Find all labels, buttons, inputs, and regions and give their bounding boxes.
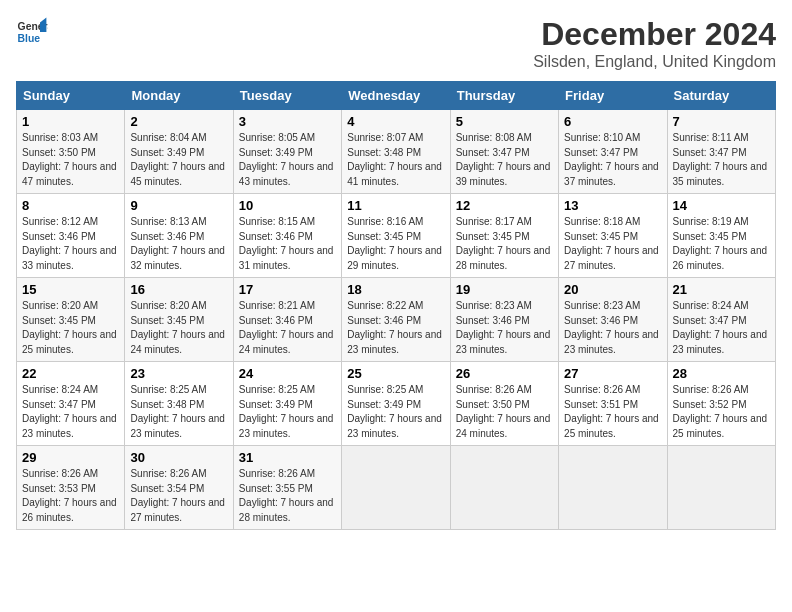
calendar-cell [559,446,667,530]
day-detail: Sunrise: 8:26 AMSunset: 3:51 PMDaylight:… [564,383,661,441]
calendar-cell: 29 Sunrise: 8:26 AMSunset: 3:53 PMDaylig… [17,446,125,530]
day-detail: Sunrise: 8:23 AMSunset: 3:46 PMDaylight:… [564,299,661,357]
day-detail: Sunrise: 8:22 AMSunset: 3:46 PMDaylight:… [347,299,444,357]
col-tuesday: Tuesday [233,82,341,110]
day-number: 21 [673,282,770,297]
day-detail: Sunrise: 8:25 AMSunset: 3:49 PMDaylight:… [239,383,336,441]
calendar-cell: 28 Sunrise: 8:26 AMSunset: 3:52 PMDaylig… [667,362,775,446]
calendar-table: Sunday Monday Tuesday Wednesday Thursday… [16,81,776,530]
day-number: 22 [22,366,119,381]
day-detail: Sunrise: 8:04 AMSunset: 3:49 PMDaylight:… [130,131,227,189]
week-row-3: 15 Sunrise: 8:20 AMSunset: 3:45 PMDaylig… [17,278,776,362]
calendar-cell: 19 Sunrise: 8:23 AMSunset: 3:46 PMDaylig… [450,278,558,362]
day-detail: Sunrise: 8:03 AMSunset: 3:50 PMDaylight:… [22,131,119,189]
calendar-header-row: Sunday Monday Tuesday Wednesday Thursday… [17,82,776,110]
day-detail: Sunrise: 8:13 AMSunset: 3:46 PMDaylight:… [130,215,227,273]
day-detail: Sunrise: 8:26 AMSunset: 3:50 PMDaylight:… [456,383,553,441]
day-number: 17 [239,282,336,297]
calendar-cell: 23 Sunrise: 8:25 AMSunset: 3:48 PMDaylig… [125,362,233,446]
day-number: 31 [239,450,336,465]
day-detail: Sunrise: 8:26 AMSunset: 3:55 PMDaylight:… [239,467,336,525]
day-detail: Sunrise: 8:26 AMSunset: 3:52 PMDaylight:… [673,383,770,441]
day-detail: Sunrise: 8:16 AMSunset: 3:45 PMDaylight:… [347,215,444,273]
day-number: 9 [130,198,227,213]
day-number: 25 [347,366,444,381]
day-number: 28 [673,366,770,381]
calendar-cell: 9 Sunrise: 8:13 AMSunset: 3:46 PMDayligh… [125,194,233,278]
calendar-cell: 12 Sunrise: 8:17 AMSunset: 3:45 PMDaylig… [450,194,558,278]
day-detail: Sunrise: 8:12 AMSunset: 3:46 PMDaylight:… [22,215,119,273]
day-number: 30 [130,450,227,465]
week-row-2: 8 Sunrise: 8:12 AMSunset: 3:46 PMDayligh… [17,194,776,278]
day-detail: Sunrise: 8:21 AMSunset: 3:46 PMDaylight:… [239,299,336,357]
day-number: 26 [456,366,553,381]
col-thursday: Thursday [450,82,558,110]
day-number: 11 [347,198,444,213]
day-detail: Sunrise: 8:19 AMSunset: 3:45 PMDaylight:… [673,215,770,273]
day-detail: Sunrise: 8:26 AMSunset: 3:53 PMDaylight:… [22,467,119,525]
calendar-cell: 5 Sunrise: 8:08 AMSunset: 3:47 PMDayligh… [450,110,558,194]
calendar-cell: 1 Sunrise: 8:03 AMSunset: 3:50 PMDayligh… [17,110,125,194]
day-number: 15 [22,282,119,297]
calendar-cell: 15 Sunrise: 8:20 AMSunset: 3:45 PMDaylig… [17,278,125,362]
calendar-cell: 31 Sunrise: 8:26 AMSunset: 3:55 PMDaylig… [233,446,341,530]
calendar-cell: 4 Sunrise: 8:07 AMSunset: 3:48 PMDayligh… [342,110,450,194]
day-number: 23 [130,366,227,381]
calendar-cell: 25 Sunrise: 8:25 AMSunset: 3:49 PMDaylig… [342,362,450,446]
day-detail: Sunrise: 8:15 AMSunset: 3:46 PMDaylight:… [239,215,336,273]
calendar-cell: 22 Sunrise: 8:24 AMSunset: 3:47 PMDaylig… [17,362,125,446]
day-number: 19 [456,282,553,297]
logo-icon: General Blue [16,16,48,48]
week-row-1: 1 Sunrise: 8:03 AMSunset: 3:50 PMDayligh… [17,110,776,194]
calendar-cell: 10 Sunrise: 8:15 AMSunset: 3:46 PMDaylig… [233,194,341,278]
svg-marker-2 [40,18,46,32]
day-number: 5 [456,114,553,129]
week-row-5: 29 Sunrise: 8:26 AMSunset: 3:53 PMDaylig… [17,446,776,530]
header: General Blue December 2024 Silsden, Engl… [16,16,776,71]
day-number: 6 [564,114,661,129]
day-number: 3 [239,114,336,129]
title-area: December 2024 Silsden, England, United K… [533,16,776,71]
calendar-cell: 6 Sunrise: 8:10 AMSunset: 3:47 PMDayligh… [559,110,667,194]
col-monday: Monday [125,82,233,110]
week-row-4: 22 Sunrise: 8:24 AMSunset: 3:47 PMDaylig… [17,362,776,446]
day-detail: Sunrise: 8:25 AMSunset: 3:49 PMDaylight:… [347,383,444,441]
day-detail: Sunrise: 8:07 AMSunset: 3:48 PMDaylight:… [347,131,444,189]
calendar-cell: 8 Sunrise: 8:12 AMSunset: 3:46 PMDayligh… [17,194,125,278]
day-number: 20 [564,282,661,297]
day-detail: Sunrise: 8:24 AMSunset: 3:47 PMDaylight:… [22,383,119,441]
calendar-cell: 3 Sunrise: 8:05 AMSunset: 3:49 PMDayligh… [233,110,341,194]
col-saturday: Saturday [667,82,775,110]
day-detail: Sunrise: 8:17 AMSunset: 3:45 PMDaylight:… [456,215,553,273]
day-number: 27 [564,366,661,381]
calendar-cell: 30 Sunrise: 8:26 AMSunset: 3:54 PMDaylig… [125,446,233,530]
day-number: 7 [673,114,770,129]
calendar-cell: 21 Sunrise: 8:24 AMSunset: 3:47 PMDaylig… [667,278,775,362]
day-detail: Sunrise: 8:20 AMSunset: 3:45 PMDaylight:… [22,299,119,357]
svg-text:Blue: Blue [18,33,41,44]
day-number: 4 [347,114,444,129]
day-detail: Sunrise: 8:24 AMSunset: 3:47 PMDaylight:… [673,299,770,357]
day-number: 12 [456,198,553,213]
calendar-subtitle: Silsden, England, United Kingdom [533,53,776,71]
day-detail: Sunrise: 8:26 AMSunset: 3:54 PMDaylight:… [130,467,227,525]
calendar-cell: 26 Sunrise: 8:26 AMSunset: 3:50 PMDaylig… [450,362,558,446]
day-detail: Sunrise: 8:23 AMSunset: 3:46 PMDaylight:… [456,299,553,357]
day-number: 1 [22,114,119,129]
day-number: 24 [239,366,336,381]
day-detail: Sunrise: 8:25 AMSunset: 3:48 PMDaylight:… [130,383,227,441]
day-number: 10 [239,198,336,213]
calendar-cell: 11 Sunrise: 8:16 AMSunset: 3:45 PMDaylig… [342,194,450,278]
calendar-cell [450,446,558,530]
day-detail: Sunrise: 8:08 AMSunset: 3:47 PMDaylight:… [456,131,553,189]
day-number: 18 [347,282,444,297]
calendar-cell [342,446,450,530]
calendar-cell: 2 Sunrise: 8:04 AMSunset: 3:49 PMDayligh… [125,110,233,194]
logo: General Blue [16,16,48,48]
col-friday: Friday [559,82,667,110]
calendar-cell: 24 Sunrise: 8:25 AMSunset: 3:49 PMDaylig… [233,362,341,446]
day-detail: Sunrise: 8:05 AMSunset: 3:49 PMDaylight:… [239,131,336,189]
calendar-cell: 14 Sunrise: 8:19 AMSunset: 3:45 PMDaylig… [667,194,775,278]
day-number: 13 [564,198,661,213]
col-sunday: Sunday [17,82,125,110]
